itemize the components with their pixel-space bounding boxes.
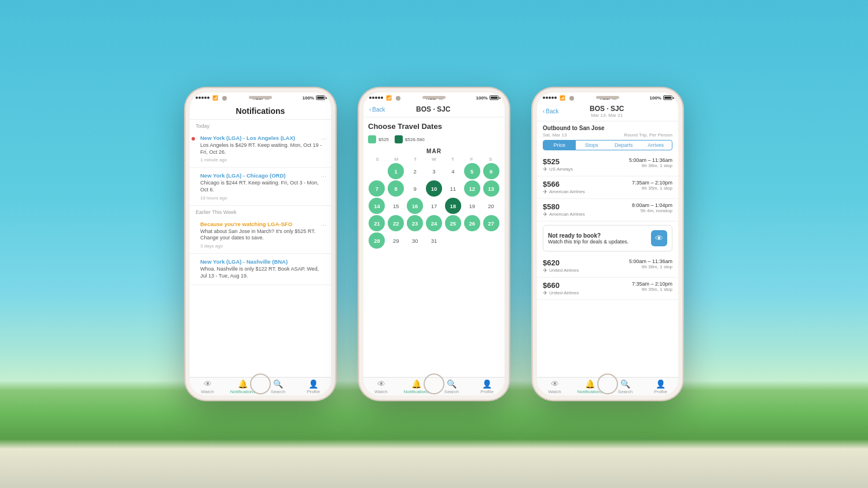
more-icon-3[interactable]: ···: [321, 221, 326, 229]
cal-day-26[interactable]: 26: [464, 215, 480, 231]
notif-item-3[interactable]: Because you're watching LGA-SFO What abo…: [190, 216, 331, 254]
section-today: Today: [190, 120, 331, 130]
cal-day-25[interactable]: 25: [445, 215, 461, 231]
cal-day-20[interactable]: 20: [483, 198, 499, 214]
airline-icon-3: ✈: [543, 211, 547, 217]
airline-icon-2: ✈: [543, 188, 547, 195]
cal-day-7[interactable]: 7: [369, 180, 385, 197]
sort-arrives[interactable]: Arrives: [640, 141, 672, 150]
month-label: MAR: [368, 148, 500, 154]
wd-wed: W: [425, 157, 444, 162]
phone-camera-2: [396, 96, 400, 101]
flight-dates-sub: Mar 13- Mar 21: [559, 113, 655, 118]
tab-profile-1[interactable]: 👤 Profile: [296, 380, 331, 394]
notif-title-4: New York (LGA) - Nashville (BNA): [200, 258, 325, 265]
flight-item-3[interactable]: $580 ✈ American Airlines 8:00am – 1:04pm…: [537, 199, 678, 221]
back-button-2[interactable]: ‹ Back: [369, 106, 385, 113]
sort-price[interactable]: Price: [543, 141, 576, 150]
notif-item-2[interactable]: New York (LGA) - Chicago (ORD) Chicago i…: [190, 168, 331, 205]
wd-fri: F: [462, 157, 481, 162]
cal-day-1[interactable]: 1: [388, 163, 404, 179]
flight-route-title: BOS · SJC: [559, 105, 655, 113]
flight-airline-3: ✈ American Airlines: [543, 211, 585, 217]
flight-item-4[interactable]: $620 ✈ United Airlines 5:00am – 11:36am …: [537, 255, 678, 278]
outbound-title: Outbound to San Jose: [537, 121, 678, 132]
cal-day-4[interactable]: 4: [445, 163, 461, 179]
cal-day-11[interactable]: 11: [445, 180, 461, 197]
notif-item-4[interactable]: New York (LGA) - Nashville (BNA) Whoa. N…: [190, 254, 331, 284]
flight-item-5[interactable]: $660 ✈ United Airlines 7:35am – 2:10pm 6…: [537, 278, 678, 300]
airline-icon-4: ✈: [543, 267, 547, 273]
more-icon-1[interactable]: ···: [321, 135, 326, 143]
cal-day-12[interactable]: 12: [464, 180, 480, 197]
tab-watch-1[interactable]: 👁 Watch: [190, 380, 225, 394]
cal-day-24[interactable]: 24: [426, 215, 442, 231]
section-earlier: Earlier This Week: [190, 206, 331, 216]
flight-time-4: 5:00am – 11:36am: [629, 258, 672, 264]
calendar-header: ‹ Back BOS · SJC: [363, 102, 505, 117]
flight-item-2[interactable]: $566 ✈ American Airlines 7:35am – 2:10pm…: [537, 176, 678, 199]
cal-day-13[interactable]: 13: [483, 180, 499, 197]
phone-home-2[interactable]: [424, 374, 444, 394]
watch-card-title: Not ready to book?: [548, 232, 628, 239]
cal-day-28[interactable]: 28: [369, 232, 385, 249]
tab-profile-2[interactable]: 👤 Profile: [469, 380, 505, 394]
cal-day-8[interactable]: 8: [388, 180, 404, 197]
flight-airline-4: ✈ United Airlines: [543, 267, 579, 273]
flight-time-5: 7:35am – 2:10pm: [632, 281, 672, 287]
tab-watch-3[interactable]: 👁 Watch: [537, 380, 572, 394]
watch-btn-icon[interactable]: 👁: [651, 230, 667, 246]
phone-speaker-1: [249, 96, 272, 99]
flight-duration-5: 6h 35m, 1 stop: [632, 287, 672, 292]
cal-day-16[interactable]: 16: [407, 198, 423, 214]
back-button-3[interactable]: ‹ Back: [543, 108, 559, 114]
notif-title-1: New York (LGA) - Los Angeles (LAX): [200, 135, 325, 141]
cal-day-22[interactable]: 22: [388, 215, 404, 231]
cal-day-5[interactable]: 5: [464, 163, 480, 179]
cal-day-27[interactable]: 27: [483, 215, 499, 231]
legend-swatch-dark: [395, 135, 403, 143]
notifications-icon-3: 🔔: [585, 380, 595, 388]
more-icon-2[interactable]: ···: [321, 172, 326, 180]
tab-search-label-1: Search: [271, 389, 285, 394]
cal-day-18[interactable]: 18: [445, 198, 461, 214]
cal-day-19[interactable]: 19: [464, 198, 480, 214]
notifications-list: Today New York (LGA) - Los Angeles (LAX)…: [190, 120, 331, 377]
sort-stops[interactable]: Stops: [576, 141, 608, 150]
cal-day-21[interactable]: 21: [369, 215, 385, 231]
cal-day-23[interactable]: 23: [407, 215, 423, 231]
cal-day-2[interactable]: 2: [407, 163, 423, 179]
cal-day-14[interactable]: 14: [369, 198, 385, 214]
cal-day-31[interactable]: 31: [426, 232, 442, 249]
tab-search-label-2: Search: [444, 389, 459, 394]
wd-mon: M: [387, 157, 406, 162]
legend-label-525: $525: [378, 137, 389, 142]
flight-time-2: 7:35am – 2:10pm: [632, 180, 672, 186]
flight-item-1[interactable]: $525 ✈ US Airways 5:00am – 11:36am 6h 36…: [537, 154, 678, 176]
watch-this-trip-card[interactable]: Not ready to book? Watch this trip for d…: [543, 225, 672, 252]
cal-day-9[interactable]: 9: [407, 180, 423, 197]
phone-home-1[interactable]: [250, 374, 271, 394]
flight-time-3: 8:00am – 1:04pm: [632, 202, 672, 208]
cal-day-30[interactable]: 30: [407, 232, 423, 249]
cal-day-10[interactable]: 10: [426, 180, 442, 197]
phone-home-3[interactable]: [597, 374, 618, 394]
notif-body-2: Chicago is $244 RT. Keep waiting. Fri, O…: [200, 180, 325, 193]
notif-item-1[interactable]: New York (LGA) - Los Angeles (LAX) Los A…: [190, 130, 331, 168]
tab-watch-2[interactable]: 👁 Watch: [363, 380, 399, 394]
phone-speaker-3: [596, 96, 619, 99]
cal-day-6[interactable]: 6: [483, 163, 499, 179]
cal-day-17[interactable]: 17: [426, 198, 442, 214]
cal-day-3[interactable]: 3: [426, 163, 442, 179]
notif-time-3: 3 days ago: [200, 243, 325, 249]
notif-time-1: 1 minute ago: [200, 157, 325, 162]
battery-pct-2: 100%: [476, 95, 488, 101]
phone-camera-3: [569, 96, 574, 101]
tab-profile-3[interactable]: 👤 Profile: [643, 380, 678, 394]
sort-departs[interactable]: Departs: [608, 141, 640, 150]
cal-day-15[interactable]: 15: [388, 198, 404, 214]
unread-dot: [192, 137, 195, 141]
flight-airline-5: ✈ United Airlines: [543, 290, 579, 296]
cal-day-29[interactable]: 29: [388, 232, 404, 249]
calendar-body: Choose Travel Dates $525 $526-580 MAR S …: [363, 117, 505, 377]
